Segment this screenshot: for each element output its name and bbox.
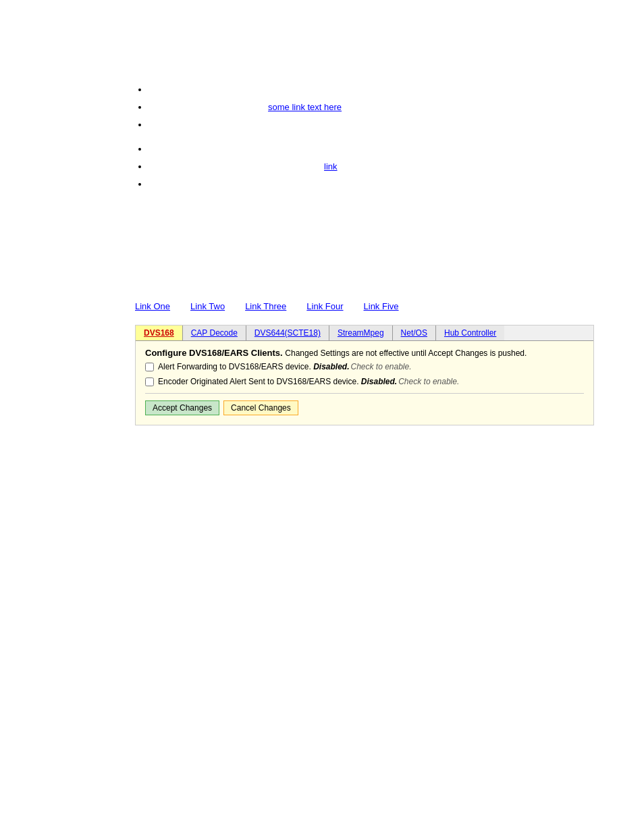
page-wrapper: some link text here link Link One bbox=[0, 0, 644, 439]
tab-dvs168[interactable]: DVS168 bbox=[136, 325, 183, 340]
checkbox1-hint: Check to enable. bbox=[350, 362, 411, 371]
bullet-item bbox=[149, 81, 617, 99]
bullet-item bbox=[149, 176, 617, 193]
nav-link-1[interactable]: Link One bbox=[135, 301, 170, 311]
checkbox1-status: Disabled. bbox=[313, 362, 349, 371]
panel-divider bbox=[145, 393, 584, 394]
alert-forwarding-checkbox[interactable] bbox=[145, 363, 154, 371]
accept-changes-button[interactable]: Accept Changes bbox=[145, 400, 219, 415]
config-panel: DVS168 CAP Decode DVS644(SCTE18) StreamM… bbox=[135, 325, 594, 425]
tab-hub-controller[interactable]: Hub Controller bbox=[436, 325, 504, 340]
panel-body: Configure DVS168/EARS Clients. Changed S… bbox=[136, 341, 593, 425]
checkbox2-status: Disabled. bbox=[361, 377, 397, 386]
nav-link-4[interactable]: Link Four bbox=[306, 301, 343, 311]
bullet-list-2: link bbox=[135, 140, 617, 193]
bullet-item-link2: link bbox=[149, 158, 617, 176]
button-row: Accept Changes Cancel Changes bbox=[145, 400, 584, 415]
bullet-item bbox=[149, 116, 617, 134]
cancel-changes-button[interactable]: Cancel Changes bbox=[223, 400, 298, 415]
tab-netos[interactable]: Net/OS bbox=[393, 325, 436, 340]
tab-row: DVS168 CAP Decode DVS644(SCTE18) StreamM… bbox=[136, 325, 593, 341]
panel-title: Configure DVS168/EARS Clients. Changed S… bbox=[145, 348, 584, 358]
checkbox2-label: Encoder Originated Alert Sent to DVS168/… bbox=[158, 377, 359, 386]
bullet-list-1: some link text here bbox=[135, 81, 617, 134]
panel-subtitle: Changed Settings are not effective until… bbox=[285, 348, 527, 358]
nav-links-row: Link One Link Two Link Three Link Four L… bbox=[135, 301, 617, 311]
tab-stream-mpeg[interactable]: StreamMpeg bbox=[329, 325, 393, 340]
bullet-item-link: some link text here bbox=[149, 99, 617, 116]
checkbox-row-1: Alert Forwarding to DVS168/EARS device. … bbox=[145, 362, 584, 371]
encoder-alert-checkbox[interactable] bbox=[145, 377, 154, 386]
checkbox1-label: Alert Forwarding to DVS168/EARS device. bbox=[158, 362, 311, 371]
checkbox-row-2: Encoder Originated Alert Sent to DVS168/… bbox=[145, 377, 584, 386]
bullet-link-2[interactable]: link bbox=[324, 161, 338, 172]
nav-link-3[interactable]: Link Three bbox=[245, 301, 286, 311]
nav-link-5[interactable]: Link Five bbox=[364, 301, 399, 311]
bullet-link-1[interactable]: some link text here bbox=[268, 102, 342, 112]
nav-link-2[interactable]: Link Two bbox=[190, 301, 225, 311]
checkbox2-hint: Check to enable. bbox=[398, 377, 459, 386]
panel-title-text: Configure DVS168/EARS Clients. bbox=[145, 348, 283, 358]
bullet-item bbox=[149, 140, 617, 158]
tab-cap-decode[interactable]: CAP Decode bbox=[183, 325, 246, 340]
tab-dvs644[interactable]: DVS644(SCTE18) bbox=[246, 325, 329, 340]
bullet-section: some link text here link bbox=[135, 81, 617, 193]
